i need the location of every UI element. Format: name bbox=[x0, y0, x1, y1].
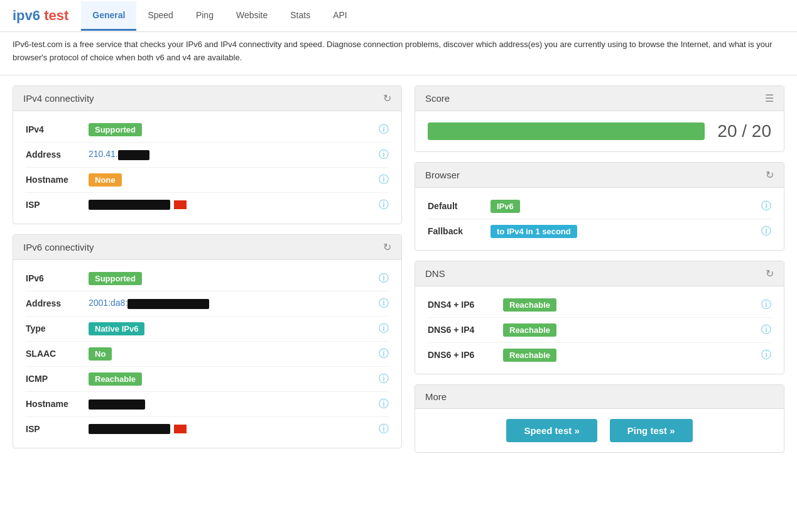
ipv4-isp-label: ISP bbox=[26, 200, 89, 210]
browser-refresh-icon[interactable]: ↻ bbox=[766, 169, 774, 181]
ipv6-refresh-icon[interactable]: ↻ bbox=[383, 241, 391, 253]
score-list-icon[interactable]: ☰ bbox=[765, 92, 774, 104]
page-description: IPv6-test.com is a free service that che… bbox=[0, 32, 797, 75]
ipv6-supported-badge: Supported bbox=[89, 272, 142, 285]
ipv4-supported-badge: Supported bbox=[89, 123, 142, 136]
browser-default-value: IPv6 bbox=[491, 200, 761, 213]
ipv6-icmp-label: ICMP bbox=[26, 374, 89, 384]
ipv4-refresh-icon[interactable]: ↻ bbox=[383, 92, 391, 104]
dns6-ip6-label: DNS6 + IP6 bbox=[428, 350, 503, 360]
ipv6-type-row: Type Native IPv6 ⓘ bbox=[26, 317, 389, 342]
nav-item-ping[interactable]: Ping bbox=[185, 1, 225, 31]
score-bar-container: 20 / 20 bbox=[415, 111, 784, 151]
ipv4-address-row: Address 210.41. ⓘ bbox=[26, 143, 389, 168]
dns4-ip6-help-icon[interactable]: ⓘ bbox=[761, 298, 771, 312]
browser-default-label: Default bbox=[428, 201, 491, 211]
ipv6-slaac-value: No bbox=[89, 347, 379, 361]
ipv6-isp-row: ISP ⓘ bbox=[26, 417, 389, 442]
dns-card: DNS ↻ DNS4 + IP6 Reachable ⓘ DNS6 + IP4 bbox=[415, 261, 784, 374]
ipv6-card-header: IPv6 connectivity ↻ bbox=[13, 235, 401, 260]
dns6-ip4-badge: Reachable bbox=[503, 323, 556, 337]
ipv6-isp-label: ISP bbox=[26, 424, 89, 434]
more-card: More Speed test » Ping test » bbox=[415, 384, 784, 453]
ipv6-address-value: 2001:da8: bbox=[89, 298, 379, 308]
ipv4-isp-help-icon[interactable]: ⓘ bbox=[379, 198, 389, 212]
dns6-ip4-value: Reachable bbox=[503, 323, 761, 337]
ipv6-slaac-badge: No bbox=[89, 347, 112, 361]
left-column: IPv4 connectivity ↻ IPv4 Supported ⓘ Add… bbox=[13, 85, 402, 453]
dns6-ip4-help-icon[interactable]: ⓘ bbox=[761, 323, 771, 337]
ipv6-hostname-help-icon[interactable]: ⓘ bbox=[379, 398, 389, 411]
browser-fallback-label: Fallback bbox=[428, 226, 491, 236]
ipv6-slaac-row: SLAAC No ⓘ bbox=[26, 342, 389, 367]
ipv6-card: IPv6 connectivity ↻ IPv6 Supported ⓘ Add… bbox=[13, 234, 402, 448]
dns6-ip6-help-icon[interactable]: ⓘ bbox=[761, 349, 771, 362]
dns-card-body: DNS4 + IP6 Reachable ⓘ DNS6 + IP4 Reacha… bbox=[415, 286, 784, 374]
ipv6-isp-help-icon[interactable]: ⓘ bbox=[379, 423, 389, 436]
ipv4-hostname-row: Hostname None ⓘ bbox=[26, 168, 389, 193]
ipv6-isp-container bbox=[89, 424, 379, 434]
ipv6-icmp-value: Reachable bbox=[89, 372, 379, 386]
cn-flag-ipv4 bbox=[174, 200, 187, 209]
ipv6-hostname-row: Hostname ⓘ bbox=[26, 392, 389, 417]
ipv6-card-body: IPv6 Supported ⓘ Address 2001:da8: ⓘ bbox=[13, 260, 401, 448]
ipv4-help-icon[interactable]: ⓘ bbox=[379, 123, 389, 136]
nav-item-api[interactable]: API bbox=[322, 1, 359, 31]
ipv6-icmp-help-icon[interactable]: ⓘ bbox=[379, 372, 389, 386]
ipv4-address-link[interactable]: 210.41. bbox=[89, 149, 149, 159]
ipv6-label: IPv6 bbox=[26, 273, 89, 283]
ipv4-card-header: IPv4 connectivity ↻ bbox=[13, 86, 401, 111]
site-logo: ipv6 test bbox=[13, 0, 81, 31]
ping-test-button[interactable]: Ping test » bbox=[610, 419, 693, 442]
score-card-header: Score ☰ bbox=[415, 86, 784, 111]
logo-test: test bbox=[40, 8, 68, 23]
ipv6-address-help-icon[interactable]: ⓘ bbox=[379, 297, 389, 310]
ipv4-address-redacted bbox=[118, 150, 149, 160]
ipv4-address-help-icon[interactable]: ⓘ bbox=[379, 148, 389, 161]
more-title: More bbox=[425, 391, 447, 402]
ipv4-address-value: 210.41. bbox=[89, 149, 379, 160]
ipv4-card: IPv4 connectivity ↻ IPv4 Supported ⓘ Add… bbox=[13, 85, 402, 224]
ipv6-address-link[interactable]: 2001:da8: bbox=[89, 298, 209, 308]
ipv6-slaac-help-icon[interactable]: ⓘ bbox=[379, 347, 389, 361]
nav-item-website[interactable]: Website bbox=[225, 1, 279, 31]
browser-default-help-icon[interactable]: ⓘ bbox=[761, 200, 771, 213]
ipv6-address-redacted bbox=[127, 299, 209, 309]
ipv4-section-title: IPv4 connectivity bbox=[23, 93, 94, 104]
nav-item-general[interactable]: General bbox=[81, 1, 136, 31]
ipv6-supported-row: IPv6 Supported ⓘ bbox=[26, 266, 389, 291]
dns-card-header: DNS ↻ bbox=[415, 261, 784, 286]
ipv6-type-help-icon[interactable]: ⓘ bbox=[379, 322, 389, 335]
dns4-ip6-value: Reachable bbox=[503, 298, 761, 312]
browser-default-row: Default IPv6 ⓘ bbox=[428, 194, 771, 219]
ipv4-hostname-badge: None bbox=[89, 173, 122, 187]
dns-refresh-icon[interactable]: ↻ bbox=[766, 268, 774, 280]
ipv4-hostname-label: Hostname bbox=[26, 175, 89, 185]
score-title: Score bbox=[425, 93, 450, 104]
ipv4-isp-redacted bbox=[89, 200, 170, 210]
ipv6-hostname-redacted bbox=[89, 399, 145, 410]
speed-test-button[interactable]: Speed test » bbox=[506, 419, 597, 442]
main-nav: General Speed Ping Website Stats API bbox=[81, 1, 358, 31]
logo-ipv6: ipv6 bbox=[13, 8, 40, 23]
dns-title: DNS bbox=[425, 268, 445, 279]
ipv6-icmp-badge: Reachable bbox=[89, 372, 142, 386]
dns6-ip4-label: DNS6 + IP4 bbox=[428, 325, 503, 335]
score-bar bbox=[428, 122, 705, 140]
browser-fallback-badge: to IPv4 in 1 second bbox=[491, 225, 577, 238]
ipv4-value: Supported bbox=[89, 123, 379, 136]
ipv4-hostname-help-icon[interactable]: ⓘ bbox=[379, 173, 389, 187]
nav-item-speed[interactable]: Speed bbox=[136, 1, 184, 31]
ipv6-address-label: Address bbox=[26, 298, 89, 308]
ipv4-card-body: IPv4 Supported ⓘ Address 210.41. ⓘ bbox=[13, 111, 401, 224]
ipv6-hostname-value bbox=[89, 398, 379, 409]
ipv6-hostname-label: Hostname bbox=[26, 399, 89, 409]
ipv6-isp-redacted bbox=[89, 424, 170, 434]
ipv6-help-icon[interactable]: ⓘ bbox=[379, 272, 389, 285]
ipv4-isp-container bbox=[89, 200, 379, 210]
ipv4-label: IPv4 bbox=[26, 124, 89, 134]
browser-card-body: Default IPv6 ⓘ Fallback to IPv4 in 1 sec… bbox=[415, 188, 784, 250]
nav-item-stats[interactable]: Stats bbox=[279, 1, 322, 31]
dns4-ip6-label: DNS4 + IP6 bbox=[428, 300, 503, 310]
browser-fallback-help-icon[interactable]: ⓘ bbox=[761, 225, 771, 238]
